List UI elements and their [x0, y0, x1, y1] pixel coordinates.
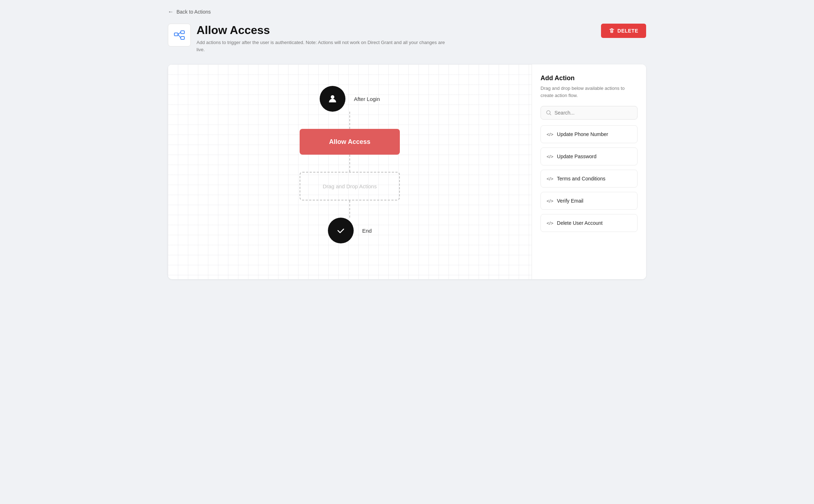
header-left: Allow Access Add actions to trigger afte…	[168, 24, 447, 53]
connector-2	[349, 155, 350, 172]
flow-icon-box	[168, 24, 191, 47]
search-box[interactable]	[541, 106, 638, 120]
code-icon: </>	[547, 132, 553, 137]
allow-access-label: Allow Access	[329, 138, 370, 146]
svg-rect-1	[181, 31, 184, 34]
flow-canvas: After Login Allow Access Drag and Drop A…	[168, 64, 532, 279]
svg-rect-0	[174, 33, 178, 36]
page-description: Add actions to trigger after the user is…	[197, 39, 447, 53]
back-link-label: Back to Actions	[176, 9, 211, 15]
start-node-row: After Login	[320, 86, 380, 112]
drop-zone[interactable]: Drag and Drop Actions	[300, 172, 400, 200]
svg-line-9	[550, 114, 551, 115]
search-icon	[546, 110, 552, 116]
code-icon: </>	[547, 176, 553, 181]
allow-access-block[interactable]: Allow Access	[300, 129, 400, 155]
check-icon	[336, 226, 346, 236]
action-item-label: Verify Email	[557, 198, 583, 204]
drop-zone-label: Drag and Drop Actions	[323, 183, 377, 189]
svg-point-7	[331, 95, 334, 99]
action-item-update-password[interactable]: </> Update Password	[541, 147, 638, 165]
person-icon	[327, 93, 338, 105]
flow-icon	[174, 29, 185, 41]
back-to-actions-link[interactable]: ← Back to Actions	[168, 9, 211, 15]
search-input[interactable]	[554, 110, 632, 116]
action-item-label: Delete User Account	[557, 220, 603, 226]
action-item-label: Update Password	[557, 154, 597, 159]
main-content: After Login Allow Access Drag and Drop A…	[168, 64, 646, 279]
trash-icon	[609, 28, 615, 34]
start-node	[320, 86, 345, 112]
sidebar-subtitle: Drag and drop below available actions to…	[541, 85, 638, 99]
code-icon: </>	[547, 220, 553, 226]
action-item-label: Update Phone Number	[557, 131, 608, 137]
svg-line-4	[178, 34, 181, 38]
sidebar-title: Add Action	[541, 74, 638, 82]
delete-button[interactable]: DELETE	[601, 24, 646, 38]
delete-button-label: DELETE	[617, 28, 638, 34]
flow-nodes: After Login Allow Access Drag and Drop A…	[300, 86, 400, 243]
connector-3	[349, 200, 350, 218]
action-item-label: Terms and Conditions	[557, 176, 605, 181]
page-title: Allow Access	[197, 24, 447, 37]
action-item-terms[interactable]: </> Terms and Conditions	[541, 170, 638, 188]
page-header: Allow Access Add actions to trigger afte…	[168, 24, 646, 53]
back-arrow-icon: ←	[168, 9, 174, 15]
connector-1	[349, 112, 350, 129]
svg-rect-2	[181, 37, 184, 39]
code-icon: </>	[547, 198, 553, 204]
action-item-update-phone[interactable]: </> Update Phone Number	[541, 125, 638, 143]
end-node-label: End	[362, 228, 372, 234]
svg-line-3	[178, 32, 181, 34]
end-node	[328, 218, 354, 243]
add-action-sidebar: Add Action Drag and drop below available…	[532, 64, 646, 279]
action-items-list: </> Update Phone Number </> Update Passw…	[541, 125, 638, 232]
start-node-label: After Login	[354, 96, 380, 102]
action-item-verify-email[interactable]: </> Verify Email	[541, 192, 638, 210]
header-text: Allow Access Add actions to trigger afte…	[197, 24, 447, 53]
code-icon: </>	[547, 154, 553, 159]
end-node-row: End	[328, 218, 372, 243]
action-item-delete-user[interactable]: </> Delete User Account	[541, 214, 638, 232]
